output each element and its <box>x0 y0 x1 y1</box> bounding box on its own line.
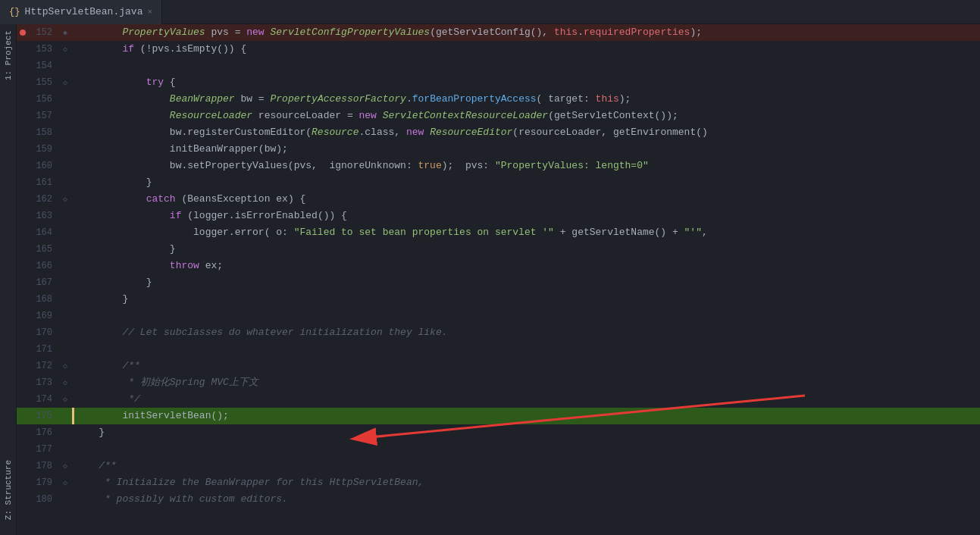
code-text: initServletBean(); <box>72 408 980 424</box>
line-number: 178 <box>17 458 58 474</box>
code-line: 158 bw.registerCustomEditor(Resource.cla… <box>17 124 980 141</box>
code-line: 175 initServletBean(); <box>17 408 980 424</box>
code-line: 159 initBeanWrapper(bw); <box>17 141 980 158</box>
gutter-icon <box>58 158 72 174</box>
side-panel: 1: Project Z: Structure <box>0 24 17 535</box>
code-text: PropertyValues pvs = new ServletConfigPr… <box>72 24 980 41</box>
line-number: 165 <box>17 241 58 258</box>
code-line: 161 } <box>17 174 980 191</box>
gutter-icon: ◇ <box>58 191 72 208</box>
line-number: 173 <box>17 374 58 391</box>
line-number: 156 <box>17 91 58 108</box>
gutter-icon: ◇ <box>58 374 72 391</box>
line-number: 164 <box>17 224 58 241</box>
line-number: 177 <box>17 441 58 458</box>
line-number: 172 <box>17 358 58 374</box>
code-line: 167 } <box>17 274 980 291</box>
code-line: 157 ResourceLoader resourceLoader = new … <box>17 108 980 124</box>
gutter-icon: ◇ <box>58 458 72 474</box>
code-text: bw.registerCustomEditor(Resource.class, … <box>72 124 980 141</box>
code-line: 165 } <box>17 241 980 258</box>
line-number: 163 <box>17 208 58 224</box>
gutter-icon <box>58 324 72 341</box>
line-number: 169 <box>17 308 58 324</box>
line-number: 167 <box>17 274 58 291</box>
code-text: if (!pvs.isEmpty()) { <box>72 41 980 58</box>
project-panel-label[interactable]: 1: Project <box>4 24 13 86</box>
code-text: try { <box>72 74 980 91</box>
gutter-icon <box>58 424 72 441</box>
code-text: * 初始化Spring MVC上下文 <box>72 374 980 391</box>
code-line: 180 * possibly with custom editors. <box>17 491 980 508</box>
code-line: 174◇ */ <box>17 391 980 408</box>
code-text: } <box>72 241 980 258</box>
code-text: * possibly with custom editors. <box>72 491 980 508</box>
code-line: 168 } <box>17 291 980 308</box>
gutter-icon <box>58 141 72 158</box>
line-number: 166 <box>17 258 58 274</box>
code-text: BeanWrapper bw = PropertyAccessorFactory… <box>72 91 980 108</box>
structure-panel-label[interactable]: Z: Structure <box>4 460 13 520</box>
line-number: 171 <box>17 341 58 358</box>
gutter-icon: ◇ <box>58 41 72 58</box>
code-line: 170 // Let subclasses do whatever initia… <box>17 324 980 341</box>
line-number: 174 <box>17 391 58 408</box>
code-text <box>72 341 980 358</box>
line-number: 180 <box>17 491 58 508</box>
java-file-icon: {} <box>9 7 20 17</box>
code-line: 156 BeanWrapper bw = PropertyAccessorFac… <box>17 91 980 108</box>
code-text: initBeanWrapper(bw); <box>72 141 980 158</box>
tab-close-button[interactable]: × <box>147 8 152 17</box>
gutter-icon <box>58 408 72 424</box>
code-text: bw.setPropertyValues(pvs, ignoreUnknown:… <box>72 158 980 174</box>
gutter-icon: ◇ <box>58 474 72 491</box>
line-number: 153 <box>17 41 58 58</box>
code-text: // Let subclasses do whatever initializa… <box>72 324 980 341</box>
code-text: /** <box>72 458 980 474</box>
file-tab[interactable]: {} HttpServletBean.java × <box>0 0 162 24</box>
code-text: } <box>72 424 980 441</box>
code-text <box>72 58 980 74</box>
code-text: throw ex; <box>72 258 980 274</box>
gutter-icon: ◆ <box>58 24 72 41</box>
code-text: } <box>72 291 980 308</box>
code-line: 160 bw.setPropertyValues(pvs, ignoreUnkn… <box>17 158 980 174</box>
gutter-icon <box>58 91 72 108</box>
code-text: } <box>72 274 980 291</box>
code-line: 171 <box>17 341 980 358</box>
code-line: 173◇ * 初始化Spring MVC上下文 <box>17 374 980 391</box>
line-number: 155 <box>17 74 58 91</box>
line-number: 161 <box>17 174 58 191</box>
code-line: 176 } <box>17 424 980 441</box>
code-editor[interactable]: 152◆ PropertyValues pvs = new ServletCon… <box>17 24 980 535</box>
code-text: */ <box>72 391 980 408</box>
line-number: 170 <box>17 324 58 341</box>
code-line: 152◆ PropertyValues pvs = new ServletCon… <box>17 24 980 41</box>
error-indicator <box>20 30 26 36</box>
code-line: 163 if (logger.isErrorEnabled()) { <box>17 208 980 224</box>
code-line: 177 <box>17 441 980 458</box>
gutter-icon <box>58 241 72 258</box>
code-container: 152◆ PropertyValues pvs = new ServletCon… <box>17 24 980 508</box>
gutter-icon <box>58 258 72 274</box>
gutter-icon <box>58 224 72 241</box>
code-text: * Initialize the BeanWrapper for this Ht… <box>72 474 980 491</box>
gutter-icon <box>58 58 72 74</box>
gutter-icon <box>58 291 72 308</box>
tab-bar: {} HttpServletBean.java × <box>0 0 980 24</box>
line-number: 176 <box>17 424 58 441</box>
line-number: 157 <box>17 108 58 124</box>
gutter-icon: ◇ <box>58 358 72 374</box>
code-line: 164 logger.error( o: "Failed to set bean… <box>17 224 980 241</box>
code-line: 154 <box>17 58 980 74</box>
tab-label: HttpServletBean.java <box>24 6 142 17</box>
line-number: 159 <box>17 141 58 158</box>
gutter-icon <box>58 274 72 291</box>
code-line: 179◇ * Initialize the BeanWrapper for th… <box>17 474 980 491</box>
code-line: 153◇ if (!pvs.isEmpty()) { <box>17 41 980 58</box>
gutter-icon <box>58 308 72 324</box>
gutter-icon <box>58 341 72 358</box>
line-number: 158 <box>17 124 58 141</box>
code-text: ResourceLoader resourceLoader = new Serv… <box>72 108 980 124</box>
code-line: 172◇ /** <box>17 358 980 374</box>
